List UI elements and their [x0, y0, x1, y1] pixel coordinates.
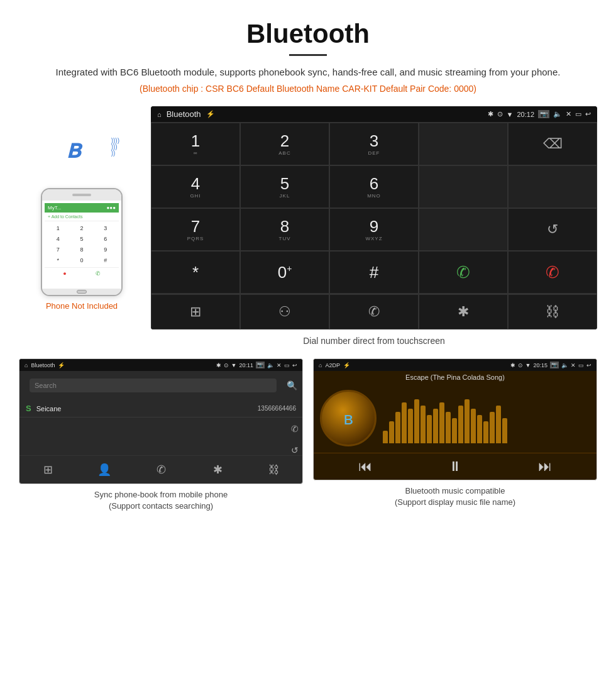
dial-key-5[interactable]: 5 JKL: [240, 165, 329, 208]
dial-screen-title: Bluetooth: [167, 109, 201, 119]
specs-text: (Bluetooth chip : CSR BC6 Default Blueto…: [38, 84, 578, 94]
close-icon: ✕: [566, 110, 571, 118]
pb-bottom-contacts[interactable]: 👤: [76, 456, 133, 484]
music-album-art: ʙ: [320, 390, 377, 446]
pb-contact-row[interactable]: S Seicane 13566664466: [19, 400, 302, 418]
phone-home-button: [77, 290, 87, 294]
dial-bottom-bar: ⊞ ⚇ ✆ ✱ ⛓: [151, 294, 597, 329]
music-bt-symbol: ʙ: [343, 408, 353, 429]
music-status-bar: ⌂ A2DP ⚡ ✱ ⊙ ▼ 20:15 📷 🔈 ✕ ▭ ↩: [314, 359, 597, 371]
home-icon: ⌂: [157, 111, 162, 118]
pb-bottom-call[interactable]: ✆: [133, 456, 189, 484]
dial-key-7[interactable]: 7 PQRS: [151, 208, 240, 251]
pb-loc-icon: ⊙: [224, 362, 229, 368]
bt-icon: ✱: [488, 110, 493, 118]
dial-call-green[interactable]: ✆: [419, 251, 508, 294]
phonebook-panel: ⌂ Bluetooth ⚡ ✱ ⊙ ▼ 20:11 📷 🔈 ✕ ▭ ↩: [19, 358, 303, 514]
music-cam-icon: 📷: [550, 362, 559, 368]
dial-empty-4: [419, 208, 508, 251]
dial-key-2[interactable]: 2 ABC: [240, 123, 329, 165]
music-song-title: Escape (The Pina Colada Song): [314, 371, 597, 384]
prev-button[interactable]: ⏮: [358, 458, 372, 475]
pb-status-bar: ⌂ Bluetooth ⚡ ✱ ⊙ ▼ 20:11 📷 🔈 ✕ ▭ ↩: [19, 359, 302, 371]
dial-key-3[interactable]: 3 DEF: [329, 123, 419, 165]
phone-dialpad: 123 456 789 *0#: [45, 221, 119, 267]
pb-home-icon: ⌂: [25, 362, 28, 368]
visualizer-bar: [452, 418, 457, 443]
pb-search-icon[interactable]: 🔍: [287, 380, 297, 390]
dial-empty-3: [508, 165, 597, 208]
signal-icon: ▼: [507, 111, 514, 118]
pb-search-bar: Search: [30, 379, 277, 392]
pb-phone-icon[interactable]: ✆: [291, 424, 299, 434]
visualizer-bar: [395, 412, 400, 443]
dial-call-red[interactable]: ✆: [508, 251, 597, 294]
pb-bottom-link[interactable]: ⛓: [246, 456, 302, 484]
header-description: Integrated with BC6 Bluetooth module, su…: [38, 65, 578, 80]
phone-end-btn: ●: [63, 270, 66, 277]
music-home-icon: ⌂: [319, 362, 322, 368]
pb-vol-icon: 🔈: [267, 362, 274, 368]
back-icon: ↩: [585, 110, 591, 118]
pb-caption: Sync phone-book from mobile phone(Suppor…: [19, 484, 303, 514]
pb-scr-icon: ▭: [284, 362, 290, 368]
play-pause-button[interactable]: ⏸: [448, 458, 462, 475]
page-header: Bluetooth Integrated with BC6 Bluetooth …: [0, 0, 616, 100]
pb-bottom-bt[interactable]: ✱: [189, 456, 246, 484]
music-loc-icon: ⊙: [518, 362, 523, 368]
pb-refresh-icon[interactable]: ↺: [291, 445, 299, 455]
camera-icon: 📷: [538, 110, 549, 118]
phone-add-contact: + Add to Contacts: [45, 213, 119, 221]
dial-bottom-contacts[interactable]: ⚇: [240, 294, 329, 329]
visualizer-bar: [439, 402, 444, 443]
dial-key-0[interactable]: 0+: [240, 251, 329, 294]
dial-key-1[interactable]: 1 ∞: [151, 123, 240, 165]
visualizer-bar: [496, 406, 501, 443]
pb-cls-icon: ✕: [277, 362, 282, 368]
dial-key-6[interactable]: 6 MNO: [329, 165, 419, 208]
dial-screen-wrapper: ⌂ Bluetooth ⚡ ✱ ⊙ ▼ 20:12 📷 🔈 ✕ ▭ ↩: [151, 106, 597, 352]
visualizer-bar: [408, 409, 413, 443]
dial-key-hash[interactable]: #: [329, 251, 419, 294]
dial-key-4[interactable]: 4 GHI: [151, 165, 240, 208]
next-button[interactable]: ⏭: [538, 458, 552, 475]
pb-bottom-dialpad[interactable]: ⊞: [19, 456, 76, 484]
pb-title: Bluetooth: [31, 362, 55, 368]
dial-refresh[interactable]: ↺: [508, 208, 597, 251]
page-title: Bluetooth: [38, 19, 578, 49]
dial-key-9[interactable]: 9 WXYZ: [329, 208, 419, 251]
visualizer-bar: [414, 399, 419, 443]
red-call-icon: ✆: [546, 263, 559, 282]
music-title: A2DP: [325, 362, 340, 368]
dial-bottom-call[interactable]: ✆: [329, 294, 419, 329]
phone-not-included-label: Phone Not Included: [46, 301, 118, 311]
visualizer-bar: [477, 415, 482, 443]
music-caption: Bluetooth music compatible(Support displ…: [313, 480, 597, 511]
volume-icon: 🔈: [553, 110, 562, 118]
phone-area: )))) ))) )) ʙ MyT... ●●● + Add to Contac…: [19, 106, 145, 352]
visualizer-bar: [465, 399, 470, 443]
title-divider: [289, 54, 327, 56]
visualizer-bar: [458, 406, 463, 443]
music-time: 20:15: [533, 362, 547, 368]
visualizer-bar: [383, 431, 388, 443]
music-cls-icon: ✕: [571, 362, 576, 368]
dial-empty-1: [419, 123, 508, 165]
pb-usb-icon: ⚡: [58, 362, 65, 368]
phonebook-screen: ⌂ Bluetooth ⚡ ✱ ⊙ ▼ 20:11 📷 🔈 ✕ ▭ ↩: [19, 358, 303, 484]
dial-bottom-link[interactable]: ⛓: [508, 294, 597, 329]
dial-bottom-bluetooth[interactable]: ✱: [419, 294, 508, 329]
dial-backspace[interactable]: ⌫: [508, 123, 597, 165]
music-usb-icon: ⚡: [343, 362, 350, 368]
dial-bottom-dialpad[interactable]: ⊞: [151, 294, 240, 329]
green-call-icon: ✆: [456, 263, 470, 282]
visualizer-bar: [502, 418, 507, 443]
dial-empty-2: [419, 165, 508, 208]
dial-key-star[interactable]: *: [151, 251, 240, 294]
phone-screen: MyT... ●●● + Add to Contacts 123 456 789…: [42, 201, 121, 289]
dial-key-8[interactable]: 8 TUV: [240, 208, 329, 251]
dial-caption: Dial number direct from touchscreen: [151, 329, 597, 352]
music-visualizer: [383, 393, 590, 443]
visualizer-bar: [433, 409, 438, 443]
pb-cam-icon: 📷: [256, 362, 265, 368]
